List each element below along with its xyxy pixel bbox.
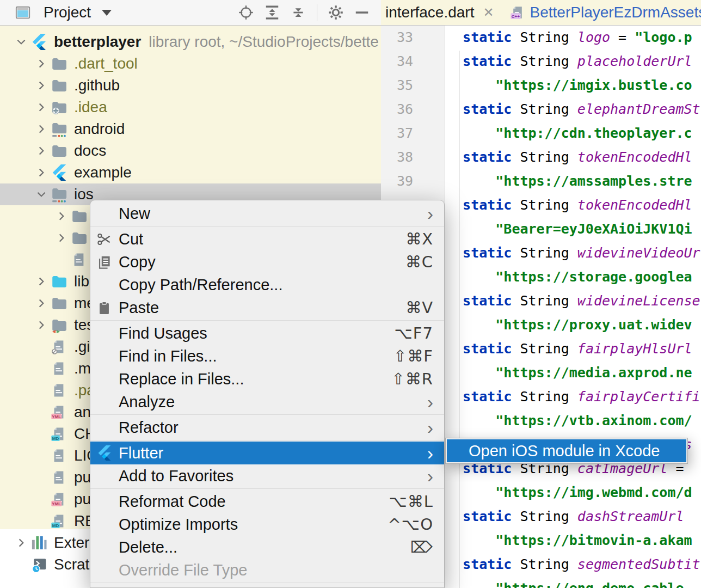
code-text: static String widevineLicense: [445, 289, 700, 313]
tab-label: interface.dart: [385, 4, 474, 21]
menu-item-label: Replace in Files...: [119, 370, 244, 388]
submenu-arrow-icon: ›: [427, 202, 433, 225]
project-view-selector[interactable]: Project: [10, 4, 112, 21]
code-text: "https://bitmovin-a.akam: [445, 529, 692, 553]
flutter-icon: [51, 164, 72, 181]
close-icon[interactable]: ✕: [483, 5, 494, 20]
menu-divider: [90, 488, 444, 489]
hide-panel-icon[interactable]: [354, 4, 370, 21]
file-icon: [71, 252, 92, 267]
folder-icon: [51, 77, 72, 94]
expand-all-icon[interactable]: [264, 4, 280, 21]
module-folder-icon: [51, 121, 72, 137]
chevron-down-icon[interactable]: [31, 188, 51, 200]
code-text: static String fairplayCertifi: [445, 385, 700, 409]
line-number: 34: [381, 50, 445, 74]
collapse-all-icon[interactable]: [290, 4, 306, 21]
menu-item-add-to-favorites[interactable]: Add to Favorites›: [90, 464, 444, 487]
code-text: static String widevineVideoUr: [445, 241, 700, 265]
menu-item-analyze[interactable]: Analyze›: [90, 390, 444, 413]
menu-item-label: Reformat Code: [119, 493, 226, 511]
chevron-down-icon[interactable]: [11, 36, 31, 48]
chevron-right-icon[interactable]: [51, 210, 71, 222]
line-number: 38: [381, 145, 445, 169]
chevron-right-icon[interactable]: [31, 123, 51, 135]
submenu-arrow-icon: ›: [427, 464, 433, 487]
tab-betterplayer-ezdrm[interactable]: C++ BetterPlayerEzDrmAssetsLoaderD: [506, 0, 701, 25]
chevron-right-icon[interactable]: [31, 297, 51, 309]
menu-item-shortcut: ^⌥O: [388, 515, 433, 534]
menu-item-delete[interactable]: Delete...⌦: [90, 536, 444, 559]
menu-item-refactor[interactable]: Refactor›: [90, 416, 444, 439]
chevron-right-icon[interactable]: [11, 537, 31, 549]
folder-icon: [71, 208, 92, 224]
code-text: "https://vtb.axinom.com/: [445, 409, 692, 433]
menu-item-label: Paste: [119, 299, 159, 317]
menu-item-paste[interactable]: Paste⌘V: [90, 296, 444, 319]
menu-item-find-usages[interactable]: Find Usages⌥F7: [90, 322, 444, 345]
menu-item-shortcut: ⌥F7: [394, 324, 433, 342]
editor-tab-bar: interface.dart ✕ C++ BetterPlayerEzDrmAs…: [381, 0, 701, 26]
menu-item-shortcut: ⌦: [410, 538, 433, 556]
svg-text:YML: YML: [52, 501, 61, 506]
indent-guide: [459, 51, 460, 588]
flutter-icon: [97, 445, 119, 461]
menu-item-label: Find Usages: [119, 324, 207, 342]
chevron-right-icon[interactable]: [31, 319, 51, 331]
chevron-right-icon[interactable]: [31, 275, 51, 287]
locate-target-icon[interactable]: [238, 4, 254, 21]
menu-item-copy[interactable]: Copy⌘C: [90, 250, 444, 273]
menu-item-new[interactable]: New›: [90, 202, 444, 225]
md-file-icon: MD: [51, 513, 72, 529]
chevron-right-icon[interactable]: [31, 58, 51, 70]
tree-item-label: betterplayer: [54, 33, 141, 51]
menu-item-cut[interactable]: Cut⌘X: [90, 228, 444, 250]
menu-item-label: Flutter: [119, 444, 163, 462]
tree-item-label: example: [74, 164, 132, 181]
tree-item-label: .github: [74, 77, 120, 94]
tree-item--idea[interactable]: .idea: [0, 96, 381, 118]
code-text: "https://imgix.bustle.co: [445, 74, 692, 97]
tab-interface-dart[interactable]: interface.dart ✕: [381, 0, 499, 25]
chevron-right-icon[interactable]: [51, 232, 71, 244]
menu-divider: [90, 414, 444, 415]
code-text: static String dashStreamUrl: [445, 505, 684, 529]
tree-item-betterplayer[interactable]: betterplayerlibrary root, ~/StudioProjec…: [0, 31, 381, 53]
chevron-right-icon[interactable]: [31, 101, 51, 113]
submenu-arrow-icon: ›: [427, 390, 433, 413]
settings-gear-icon[interactable]: [328, 4, 344, 21]
tree-item--github[interactable]: .github: [0, 75, 381, 96]
module-folder-icon: [51, 186, 72, 203]
chevron-down-icon: [102, 10, 112, 16]
tree-item-docs[interactable]: docs: [0, 140, 381, 162]
code-line: 36 static String elephantDreamSt: [381, 97, 701, 121]
menu-item-optimize-imports[interactable]: Optimize Imports^⌥O: [90, 513, 444, 536]
tree-item-example[interactable]: example: [0, 162, 381, 183]
tool-window-icon: [15, 4, 31, 21]
paste-icon: [97, 301, 119, 315]
code-text: static String fairplayHlsUrl: [445, 337, 692, 361]
line-number: 37: [381, 121, 445, 145]
menu-item-find-in-files[interactable]: Find in Files...⇧⌘F: [90, 345, 444, 367]
chevron-right-icon[interactable]: [31, 167, 51, 179]
menu-item-label: Add to Favorites: [119, 467, 233, 485]
menu-item-reformat-code[interactable]: Reformat Code⌥⌘L: [90, 490, 444, 513]
menu-item-label: Find in Files...: [119, 347, 217, 365]
menu-divider: [90, 583, 444, 583]
code-text: "http://cdn.theoplayer.c: [445, 121, 692, 145]
menu-item-open-ios-module-in-xcode[interactable]: Open iOS module in Xcode: [447, 439, 686, 462]
menu-item-replace-in-files[interactable]: Replace in Files...⇧⌘R: [90, 367, 444, 390]
code-text: static String placeholderUrl: [445, 50, 692, 74]
menu-item-shortcut: ⌘C: [405, 253, 433, 271]
chevron-right-icon[interactable]: [31, 145, 51, 157]
line-number: 39: [381, 169, 445, 193]
chevron-right-icon[interactable]: [31, 79, 51, 91]
tree-item--dart-tool[interactable]: .dart_tool: [0, 53, 381, 75]
menu-item-copy-path-reference[interactable]: Copy Path/Reference...: [90, 273, 444, 296]
folder-icon: [71, 230, 92, 246]
test-folder-icon: [51, 317, 72, 333]
tree-item-android[interactable]: android: [0, 118, 381, 140]
toolbar-divider: [317, 4, 317, 21]
menu-item-flutter[interactable]: Flutter›: [90, 442, 444, 464]
code-line: 38 static String tokenEncodedHl: [381, 145, 701, 169]
